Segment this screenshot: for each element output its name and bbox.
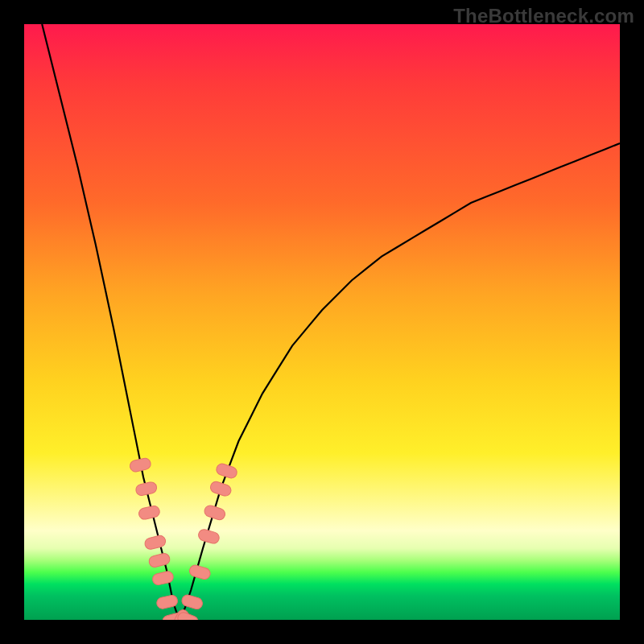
bottleneck-curve-path (42, 24, 620, 620)
marker-pill (203, 504, 226, 521)
marker-pill (215, 462, 238, 479)
marker-pill (129, 457, 151, 473)
marker-pill (180, 593, 204, 610)
marker-pill (209, 480, 233, 497)
chart-stage: TheBottleneck.com (0, 0, 644, 644)
marker-pill (148, 552, 171, 568)
marker-pill (138, 505, 160, 520)
marker-pill (197, 528, 221, 545)
marker-pill (143, 535, 167, 551)
plot-area (24, 24, 620, 620)
marker-pill (188, 564, 212, 580)
marker-pill (134, 481, 157, 497)
watermark-text: TheBottleneck.com (453, 5, 634, 27)
marker-pill (151, 570, 174, 585)
curve-layer (24, 24, 620, 620)
